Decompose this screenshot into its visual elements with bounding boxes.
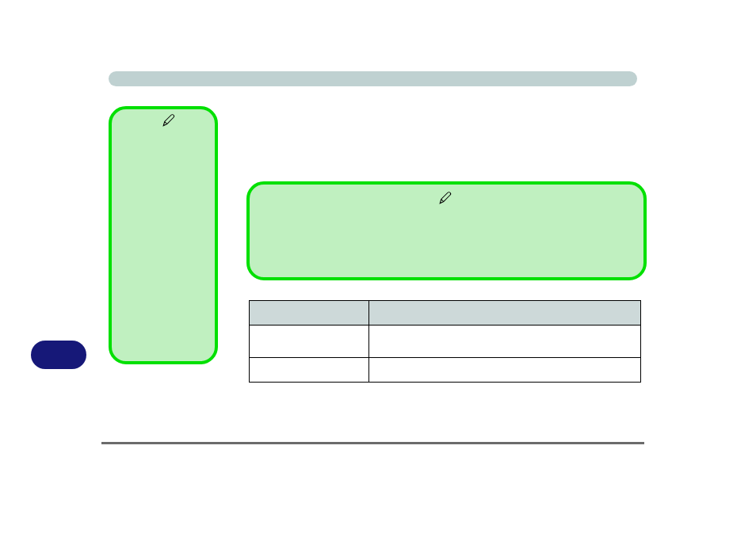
top-bar: [109, 71, 637, 86]
bottom-divider: [101, 442, 644, 444]
pen-icon: [438, 191, 452, 205]
data-table: [249, 300, 641, 383]
table-cell: [250, 358, 369, 383]
table-header-row: [250, 301, 641, 326]
table-row: [250, 358, 641, 383]
table-row: [250, 326, 641, 358]
table-cell: [369, 358, 641, 383]
table-cell: [250, 326, 369, 358]
navy-pill[interactable]: [31, 341, 86, 369]
green-box-left[interactable]: [109, 106, 218, 364]
table-header-1: [250, 301, 369, 326]
green-box-right[interactable]: [246, 181, 647, 280]
pen-icon: [162, 113, 176, 128]
table-header-2: [369, 301, 641, 326]
table-cell: [369, 326, 641, 358]
